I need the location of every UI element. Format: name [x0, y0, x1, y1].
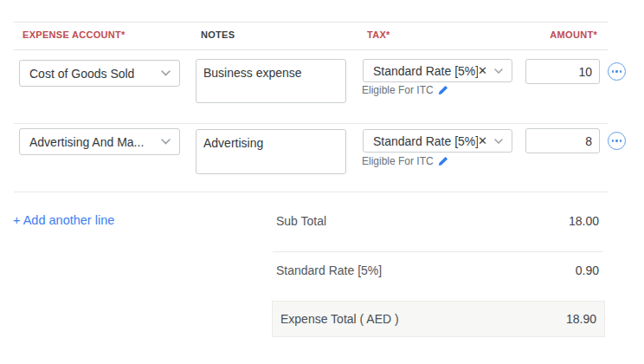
divider: [14, 22, 608, 23]
expense-itemization-table: EXPENSE ACCOUNT* NOTES TAX* AMOUNT* Cost…: [0, 0, 644, 364]
edit-pencil-icon[interactable]: [438, 85, 448, 95]
expense-account-select[interactable]: Cost of Goods Sold: [19, 60, 180, 87]
divider: [14, 49, 608, 50]
clear-tax-icon[interactable]: ✕: [478, 135, 487, 146]
expense-account-select[interactable]: Advertising And Ma...: [19, 128, 180, 155]
itc-eligibility-label: Eligible For ITC: [362, 155, 434, 167]
add-another-line-link[interactable]: + Add another line: [13, 213, 114, 227]
notes-textarea[interactable]: Business expense: [196, 59, 346, 103]
tax-total-label: Standard Rate [5%]: [276, 263, 382, 277]
table-bottom-divider: [14, 192, 608, 192]
expense-total-value: 18.90: [566, 312, 596, 326]
row-divider: [14, 123, 608, 124]
tax-value: Standard Rate [5%]: [373, 64, 478, 78]
subtotal-label: Sub Total: [276, 214, 326, 228]
chevron-down-icon: [161, 139, 171, 145]
tax-select[interactable]: Standard Rate [5%] ✕: [363, 129, 512, 153]
more-options-icon[interactable]: [608, 62, 626, 81]
itc-eligibility-note: Eligible For ITC: [362, 155, 448, 167]
tax-total-value: 0.90: [576, 263, 599, 277]
notes-textarea[interactable]: Advertising: [196, 129, 346, 174]
edit-pencil-icon[interactable]: [438, 156, 448, 166]
itc-eligibility-label: Eligible For ITC: [362, 84, 434, 96]
more-options-icon[interactable]: [608, 132, 626, 150]
expense-total-row: Expense Total ( AED ) 18.90: [272, 301, 605, 337]
itc-eligibility-note: Eligible For ITC: [362, 84, 448, 96]
totals-divider: [273, 251, 603, 252]
column-header-tax: TAX*: [367, 29, 390, 40]
amount-input[interactable]: [525, 59, 600, 84]
clear-tax-icon[interactable]: ✕: [478, 65, 487, 76]
subtotal-value: 18.00: [569, 214, 599, 228]
expense-account-value: Cost of Goods Sold: [29, 67, 134, 81]
expense-total-label: Expense Total ( AED ): [280, 312, 399, 326]
tax-value: Standard Rate [5%]: [373, 134, 478, 148]
column-header-expense-account: EXPENSE ACCOUNT*: [23, 29, 126, 40]
chevron-down-icon: [161, 70, 171, 76]
amount-input[interactable]: [525, 128, 600, 153]
chevron-down-icon: [494, 139, 503, 144]
column-header-amount: AMOUNT*: [550, 29, 597, 40]
column-header-notes: NOTES: [201, 29, 235, 40]
expense-account-value: Advertising And Ma...: [29, 135, 144, 149]
tax-select[interactable]: Standard Rate [5%] ✕: [363, 59, 512, 82]
chevron-down-icon: [494, 68, 503, 74]
